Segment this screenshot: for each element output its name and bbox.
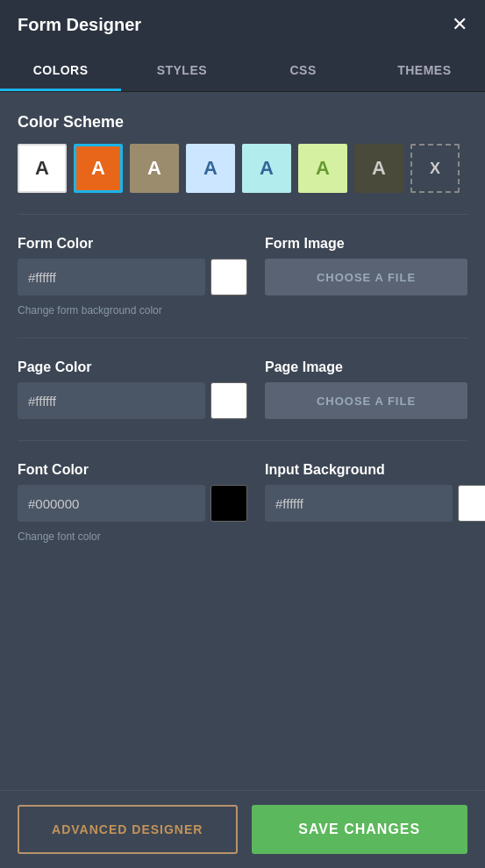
font-row: Font Color Change font color Input Backg…: [18, 462, 467, 543]
input-background-preview[interactable]: [458, 485, 485, 522]
swatch-4[interactable]: A: [242, 144, 291, 193]
form-color-section: Form Color Change form background color …: [18, 236, 467, 338]
page-color-input-row: [18, 382, 247, 419]
font-color-hint: Change font color: [18, 530, 247, 543]
font-color-preview[interactable]: [210, 485, 247, 522]
page-color-preview[interactable]: [210, 382, 247, 419]
tab-css[interactable]: CSS: [243, 49, 364, 91]
color-scheme-title: Color Scheme: [18, 113, 467, 132]
swatch-5[interactable]: A: [298, 144, 347, 193]
bottom-bar: ADVANCED DESIGNER SAVE CHANGES: [0, 790, 485, 868]
page-image-label: Page Image: [265, 359, 467, 375]
font-color-label: Font Color: [18, 462, 247, 478]
input-background-input-row: [265, 485, 485, 522]
swatch-custom[interactable]: X: [410, 144, 460, 193]
input-background-label: Input Background: [265, 462, 485, 478]
close-button[interactable]: ✕: [452, 15, 467, 34]
swatch-1[interactable]: A: [74, 144, 123, 193]
form-color-col: Form Color Change form background color: [18, 236, 247, 317]
form-designer-window: Form Designer ✕ COLORS STYLES CSS THEMES…: [0, 0, 485, 868]
font-color-input-row: [18, 485, 247, 522]
swatch-0[interactable]: A: [18, 144, 67, 193]
form-image-col: Form Image CHOOSE A FILE: [265, 236, 467, 317]
font-color-col: Font Color Change font color: [18, 462, 247, 543]
form-color-input[interactable]: [18, 259, 205, 295]
advanced-designer-button[interactable]: ADVANCED DESIGNER: [18, 805, 238, 854]
page-color-section: Page Color Page Image CHOOSE A FILE: [18, 359, 467, 441]
title-bar: Form Designer ✕: [0, 0, 485, 49]
form-color-preview[interactable]: [210, 259, 247, 295]
page-color-col: Page Color: [18, 359, 247, 419]
tabs-bar: COLORS STYLES CSS THEMES: [0, 49, 485, 92]
color-scheme-row: A A A A A A A: [18, 144, 467, 193]
form-color-label: Form Color: [18, 236, 247, 252]
tab-styles[interactable]: STYLES: [121, 49, 242, 91]
input-background-input[interactable]: [265, 485, 453, 522]
tab-colors[interactable]: COLORS: [0, 49, 121, 91]
form-row: Form Color Change form background color …: [18, 236, 467, 317]
page-image-button[interactable]: CHOOSE A FILE: [265, 382, 467, 419]
input-background-col: Input Background: [265, 462, 485, 543]
color-scheme-section: Color Scheme A A A A A A: [18, 113, 467, 215]
form-image-button[interactable]: CHOOSE A FILE: [265, 259, 467, 295]
page-color-label: Page Color: [18, 359, 247, 375]
main-content: Color Scheme A A A A A A: [0, 92, 485, 790]
swatch-2[interactable]: A: [130, 144, 179, 193]
form-image-label: Form Image: [265, 236, 467, 252]
form-color-input-row: [18, 259, 247, 295]
window-title: Form Designer: [18, 15, 141, 35]
save-changes-button[interactable]: SAVE CHANGES: [252, 805, 468, 854]
page-color-input[interactable]: [18, 382, 205, 419]
font-color-section: Font Color Change font color Input Backg…: [18, 462, 467, 564]
tab-themes[interactable]: THEMES: [364, 49, 485, 91]
form-color-hint: Change form background color: [18, 304, 247, 317]
page-image-col: Page Image CHOOSE A FILE: [265, 359, 467, 419]
page-row: Page Color Page Image CHOOSE A FILE: [18, 359, 467, 419]
swatch-6[interactable]: A: [354, 144, 403, 193]
swatch-3[interactable]: A: [186, 144, 235, 193]
font-color-input[interactable]: [18, 485, 205, 522]
